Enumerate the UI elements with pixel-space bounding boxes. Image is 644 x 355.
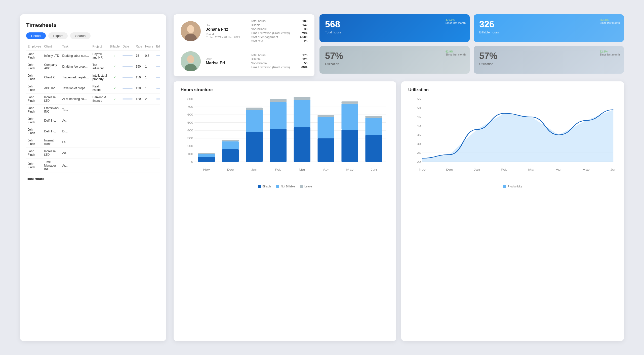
metric-change-1: 479.6% Since last month — [446, 18, 466, 24]
svg-rect-51 — [341, 104, 358, 129]
svg-rect-39 — [270, 102, 286, 129]
legend-productivity: Productivity — [503, 185, 522, 188]
svg-text:30: 30 — [417, 142, 421, 145]
svg-text:400: 400 — [187, 129, 193, 132]
toolbar: Period Export Search — [26, 32, 160, 39]
table-row[interactable]: John Finch Company ABC Drafting fee prop… — [26, 61, 160, 72]
svg-rect-56 — [365, 116, 382, 118]
metric-label-4: Utilization — [479, 62, 618, 66]
col-edit: Edit / Date — [155, 44, 160, 50]
svg-text:55: 55 — [417, 97, 421, 100]
timesheets-table: Employee Client Task Project Billable Da… — [26, 44, 160, 173]
user-avatar-1 — [181, 21, 201, 41]
timesheets-title: Timesheets — [26, 22, 160, 28]
table-body: John Finch Infinity LTD Drafting labor c… — [26, 50, 160, 173]
metrics-area: 479.6% Since last month 568 Total hours … — [319, 14, 624, 76]
svg-text:100: 100 — [187, 153, 193, 156]
svg-text:Apr: Apr — [556, 168, 562, 171]
svg-text:Jan: Jan — [251, 168, 257, 171]
metric-label-1: Total hours — [325, 30, 464, 34]
svg-text:800: 800 — [187, 97, 193, 100]
utilization-chart-area: 2025303540455055NovDecJanFebMarAprMayJun — [408, 96, 617, 182]
col-hours: Hours — [144, 44, 155, 50]
svg-rect-35 — [246, 110, 262, 132]
svg-rect-52 — [341, 101, 358, 104]
col-billable: Billable — [108, 44, 121, 50]
hours-chart-svg: 0100200300400500600700800NovDecJanFebMar… — [181, 96, 389, 182]
col-client: Client — [43, 44, 61, 50]
user-info-2: User Marisa Erl — [206, 57, 246, 65]
svg-text:600: 600 — [187, 113, 193, 116]
table-row[interactable]: John Finch Internal work La... — [26, 137, 160, 147]
svg-rect-34 — [246, 132, 262, 162]
search-button[interactable]: Search — [70, 32, 91, 39]
metrics-row-bottom: 62.9% Since last month 57% Utilization 6… — [319, 46, 624, 74]
user-name-1: Johana Friz — [206, 27, 246, 32]
table-row[interactable]: John Finch Delfi Inc. Ac... — [26, 115, 160, 126]
svg-text:Feb: Feb — [275, 168, 281, 171]
table-row[interactable]: John Finch Framework INC Ta... — [26, 104, 160, 115]
table-row[interactable]: John Finch Delfi Inc. Dr... — [26, 126, 160, 137]
user-period-1: Period 01.Feb 2021 - 28. Feb 2021 — [206, 33, 246, 39]
metric-value-3: 57% — [325, 52, 464, 61]
hours-chart-title: Hours structure — [181, 87, 389, 92]
period-button[interactable]: Period — [26, 32, 46, 39]
svg-text:Nov: Nov — [203, 168, 210, 171]
svg-rect-40 — [270, 99, 286, 102]
export-button[interactable]: Export — [48, 32, 68, 39]
col-project: Project — [91, 44, 108, 50]
metrics-row-top: 479.6% Since last month 568 Total hours … — [319, 14, 624, 42]
svg-text:Jun: Jun — [371, 168, 377, 171]
svg-rect-55 — [365, 118, 382, 135]
svg-text:20: 20 — [417, 160, 421, 163]
metric-change-4: 62.9% Since last month — [600, 50, 620, 56]
utilization-chart-panel: Utilization 2025303540455055NovDecJanFeb… — [401, 81, 624, 341]
user-stats-2: Total hours 175 Billable 120 Non-billabl… — [251, 54, 307, 69]
svg-text:Dec: Dec — [227, 168, 234, 171]
svg-text:50: 50 — [417, 107, 421, 110]
svg-rect-28 — [198, 153, 215, 154]
table-row[interactable]: John Finch ABC Inc Taxation of property … — [26, 83, 160, 93]
table-row[interactable]: John Finch Increase LTD ALM banking comp… — [26, 93, 160, 104]
table-row[interactable]: John Finch Infinity LTD Drafting labor c… — [26, 50, 160, 61]
metric-billable-hours: 858.8% Since last month 326 Billable hou… — [474, 14, 624, 42]
total-hours-label: Total Hours — [26, 177, 160, 181]
svg-rect-31 — [222, 141, 239, 149]
svg-rect-48 — [317, 115, 334, 117]
svg-text:Mar: Mar — [299, 168, 306, 171]
legend-billable: Billable — [258, 185, 271, 188]
table-row[interactable]: John Finch Time Manager INC Ar... — [26, 158, 160, 173]
svg-text:300: 300 — [187, 137, 193, 140]
table-row[interactable]: John Finch Increase LTD Ac... — [26, 147, 160, 158]
svg-rect-42 — [294, 127, 310, 162]
col-date: Date — [121, 44, 134, 50]
svg-text:Jun: Jun — [610, 168, 616, 171]
svg-text:May: May — [346, 168, 353, 171]
utilization-chart-title: Utilization — [408, 87, 617, 92]
svg-text:500: 500 — [187, 121, 193, 124]
hours-legend: Billable Not Billable Leave — [181, 185, 389, 188]
legend-dot-productivity — [503, 185, 506, 188]
hours-chart-area: 0100200300400500600700800NovDecJanFebMar… — [181, 96, 389, 182]
svg-text:35: 35 — [417, 133, 421, 136]
svg-text:0: 0 — [191, 160, 193, 163]
svg-text:45: 45 — [417, 116, 421, 119]
svg-point-3 — [187, 25, 194, 33]
timesheets-panel: Timesheets Period Export Search Employee… — [20, 14, 166, 341]
right-area: User Johana Friz Period 01.Feb 2021 - 28… — [174, 14, 624, 341]
legend-dot-leave — [300, 185, 303, 188]
table-row[interactable]: John Finch Client X Trademark registrati… — [26, 72, 160, 83]
utilization-chart-svg: 2025303540455055NovDecJanFebMarAprMayJun — [408, 96, 617, 182]
svg-rect-30 — [222, 149, 239, 162]
svg-rect-32 — [222, 140, 239, 141]
utilization-legend: Productivity — [408, 185, 617, 188]
svg-point-7 — [187, 55, 194, 63]
svg-text:Apr: Apr — [323, 168, 329, 171]
charts-row: Hours structure 010020030040050060070080… — [174, 81, 624, 341]
svg-rect-36 — [246, 108, 262, 110]
user-avatar-2 — [181, 51, 201, 71]
hours-chart-panel: Hours structure 010020030040050060070080… — [174, 81, 396, 341]
stat-label: Total hours — [251, 19, 290, 23]
svg-rect-50 — [341, 129, 358, 162]
main-container: Timesheets Period Export Search Employee… — [20, 14, 624, 341]
